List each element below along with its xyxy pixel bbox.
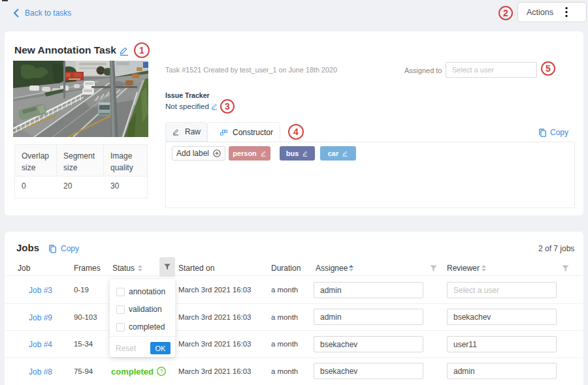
svg-text:?: ?	[160, 368, 163, 375]
